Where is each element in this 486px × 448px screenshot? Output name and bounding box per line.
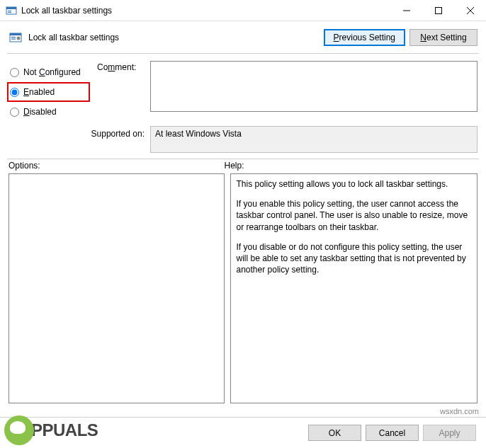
panels: This policy setting allows you to lock a… bbox=[0, 173, 486, 403]
supported-block: Supported on: At least Windows Vista bbox=[9, 126, 477, 153]
ok-button[interactable]: OK bbox=[308, 425, 361, 441]
policy-title: Lock all taskbar settings bbox=[28, 33, 320, 42]
radio-not-configured-label: Not Configured bbox=[23, 67, 81, 77]
maximize-button[interactable] bbox=[422, 0, 454, 21]
comment-label: Comment: bbox=[97, 61, 150, 72]
apply-button[interactable]: Apply bbox=[423, 425, 476, 441]
svg-rect-3 bbox=[8, 12, 11, 13]
window-icon bbox=[6, 5, 17, 16]
radio-disabled-label: Disabled bbox=[23, 107, 57, 117]
svg-rect-1 bbox=[6, 7, 16, 9]
toolbar: Lock all taskbar settings Previous Setti… bbox=[0, 21, 486, 53]
cancel-button[interactable]: Cancel bbox=[366, 425, 419, 441]
svg-rect-10 bbox=[11, 37, 16, 38]
svg-rect-2 bbox=[8, 11, 11, 11]
window-controls bbox=[390, 0, 486, 21]
minimize-button[interactable] bbox=[390, 0, 422, 21]
radio-enabled-input[interactable] bbox=[10, 88, 19, 97]
svg-rect-5 bbox=[435, 8, 441, 14]
watermark-logo-icon bbox=[4, 415, 34, 445]
radio-enabled[interactable]: Enabled bbox=[7, 82, 90, 102]
options-label: Options: bbox=[9, 161, 225, 171]
svg-rect-9 bbox=[10, 33, 21, 35]
svg-rect-11 bbox=[11, 38, 16, 39]
previous-setting-button[interactable]: Previous Setting bbox=[324, 29, 405, 46]
help-paragraph-1: This policy setting allows you to lock a… bbox=[237, 178, 471, 190]
window-title: Lock all taskbar settings bbox=[21, 6, 390, 16]
radio-not-configured-input[interactable] bbox=[10, 68, 19, 77]
radio-disabled[interactable]: Disabled bbox=[9, 102, 90, 122]
next-setting-button[interactable]: Next Setting bbox=[409, 29, 477, 46]
state-radio-group: Not Configured Enabled Disabled bbox=[9, 61, 90, 122]
radio-enabled-label: Enabled bbox=[23, 87, 55, 97]
panels-header: Options: Help: bbox=[0, 159, 486, 173]
radio-not-configured[interactable]: Not Configured bbox=[9, 62, 90, 82]
comment-textarea[interactable] bbox=[150, 61, 477, 112]
policy-icon bbox=[9, 30, 23, 45]
comment-block: Comment: bbox=[97, 61, 477, 112]
options-panel[interactable] bbox=[9, 173, 225, 403]
help-panel[interactable]: This policy setting allows you to lock a… bbox=[230, 173, 477, 403]
supported-value: At least Windows Vista bbox=[150, 126, 477, 153]
close-button[interactable] bbox=[454, 0, 486, 21]
watermark-logo-text: PPUALS bbox=[4, 415, 98, 445]
titlebar: Lock all taskbar settings bbox=[0, 0, 486, 21]
help-paragraph-2: If you enable this policy setting, the u… bbox=[237, 198, 471, 233]
help-label: Help: bbox=[225, 161, 477, 171]
watermark-credit: wsxdn.com bbox=[440, 407, 479, 415]
help-paragraph-3: If you disable or do not configure this … bbox=[237, 241, 471, 276]
radio-disabled-input[interactable] bbox=[10, 108, 19, 117]
watermark-text: PPUALS bbox=[31, 420, 98, 440]
config-area: Not Configured Enabled Disabled Comment:… bbox=[0, 54, 486, 159]
supported-label: Supported on: bbox=[9, 126, 150, 139]
svg-point-12 bbox=[17, 36, 21, 40]
